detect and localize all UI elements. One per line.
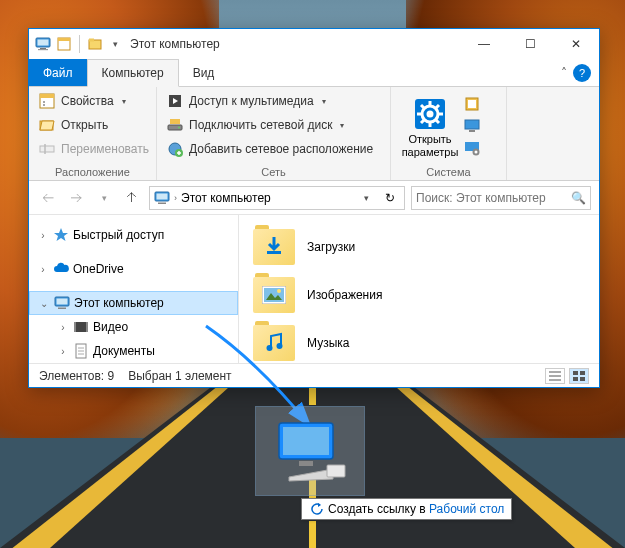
- shortcut-icon: [309, 502, 323, 516]
- expand-icon[interactable]: ›: [57, 346, 69, 357]
- videos-icon: [73, 319, 89, 335]
- quick-access-toolbar: ▾: [55, 35, 124, 53]
- svg-rect-19: [170, 119, 180, 124]
- svg-rect-45: [57, 299, 68, 305]
- rename-icon: [39, 141, 55, 157]
- collapse-icon[interactable]: ⌄: [38, 298, 50, 309]
- svg-rect-65: [580, 371, 585, 375]
- group-system-label: Система: [397, 164, 500, 178]
- properties-icon: [39, 93, 55, 109]
- downloads-folder-icon: [253, 229, 295, 265]
- svg-rect-47: [74, 322, 88, 332]
- svg-rect-49: [86, 322, 88, 332]
- svg-rect-36: [469, 130, 475, 132]
- nav-back-button[interactable]: 🡠: [37, 187, 59, 209]
- svg-rect-46: [58, 308, 66, 310]
- drag-ghost: [255, 406, 365, 496]
- refresh-icon[interactable]: ↻: [380, 187, 400, 209]
- address-dropdown-icon[interactable]: ▾: [356, 187, 376, 209]
- add-network-location-button[interactable]: Добавить сетевое расположение: [163, 139, 384, 159]
- map-drive-button[interactable]: Подключить сетевой диск ▾: [163, 115, 384, 135]
- music-folder-icon: [253, 325, 295, 361]
- nav-documents[interactable]: › Документы: [29, 339, 238, 363]
- address-input[interactable]: [181, 191, 352, 205]
- svg-point-18: [178, 127, 180, 129]
- nav-videos[interactable]: › Видео: [29, 315, 238, 339]
- minimize-button[interactable]: —: [461, 29, 507, 59]
- nav-recent-dropdown[interactable]: ▾: [93, 187, 115, 209]
- close-button[interactable]: ✕: [553, 29, 599, 59]
- images-folder-icon: [253, 277, 295, 313]
- view-details-icon[interactable]: [545, 368, 565, 384]
- nav-onedrive[interactable]: › OneDrive: [29, 257, 238, 281]
- uninstall-programs-icon[interactable]: [463, 95, 481, 113]
- search-input[interactable]: [416, 191, 571, 205]
- titlebar[interactable]: ▾ Этот компьютер — ☐ ✕: [29, 29, 599, 59]
- tab-view[interactable]: Вид: [179, 59, 229, 86]
- qat-newfolder-icon[interactable]: [86, 35, 104, 53]
- rename-button: Переименовать: [35, 139, 150, 159]
- help-icon[interactable]: ?: [573, 64, 591, 82]
- svg-rect-67: [580, 377, 585, 381]
- qat-properties-icon[interactable]: [55, 35, 73, 53]
- media-icon: [167, 93, 183, 109]
- qat-customize-dropdown[interactable]: ▾: [106, 35, 124, 53]
- nav-quick-access[interactable]: › Быстрый доступ: [29, 223, 238, 247]
- nav-thispc[interactable]: ⌄ Этот компьютер: [29, 291, 238, 315]
- drop-tooltip: Создать ссылку в Рабочий стол: [301, 498, 512, 520]
- manage-icon[interactable]: [463, 139, 481, 157]
- svg-point-10: [43, 101, 45, 103]
- folder-images[interactable]: Изображения: [243, 271, 595, 319]
- thispc-nav-icon: [54, 295, 70, 311]
- folder-music[interactable]: Музыка: [243, 319, 595, 363]
- svg-rect-35: [465, 120, 479, 129]
- svg-rect-13: [40, 146, 54, 152]
- svg-point-39: [475, 151, 478, 154]
- map-drive-icon: [167, 117, 183, 133]
- ribbon-collapse-icon[interactable]: ˄: [561, 66, 567, 80]
- tab-file[interactable]: Файл: [29, 59, 87, 86]
- add-location-icon: [167, 141, 183, 157]
- svg-rect-41: [157, 193, 168, 199]
- status-item-count: Элементов: 9: [39, 369, 114, 383]
- svg-marker-43: [54, 228, 68, 241]
- system-properties-icon[interactable]: [463, 117, 481, 135]
- documents-icon: [73, 343, 89, 359]
- svg-point-32: [427, 110, 434, 117]
- svg-rect-70: [299, 461, 313, 466]
- search-box[interactable]: 🔍: [411, 186, 591, 210]
- onedrive-icon: [53, 261, 69, 277]
- svg-rect-9: [40, 94, 54, 98]
- properties-button[interactable]: Свойства ▾: [35, 91, 150, 111]
- nav-up-button[interactable]: 🡡: [121, 187, 143, 209]
- folder-downloads[interactable]: Загрузки: [243, 223, 595, 271]
- navigation-pane: › Быстрый доступ › OneDrive ⌄ Этот компь…: [29, 215, 239, 363]
- content-pane[interactable]: Загрузки Изображения Музыка: [239, 215, 599, 363]
- expand-icon[interactable]: ›: [37, 230, 49, 241]
- tab-computer[interactable]: Компьютер: [87, 59, 179, 87]
- thispc-addr-icon: [154, 190, 170, 206]
- svg-rect-64: [573, 371, 578, 375]
- svg-rect-69: [283, 427, 329, 455]
- svg-rect-54: [267, 251, 281, 254]
- view-thumbnails-icon[interactable]: [569, 368, 589, 384]
- svg-point-60: [277, 343, 283, 349]
- address-bar: 🡠 🡢 ▾ 🡡 › ▾ ↻ 🔍: [29, 181, 599, 215]
- status-selection: Выбран 1 элемент: [128, 369, 231, 383]
- svg-rect-48: [74, 322, 76, 332]
- svg-rect-7: [89, 39, 94, 42]
- group-network-label: Сеть: [163, 164, 384, 178]
- desktop-wallpaper: ▾ Этот компьютер — ☐ ✕ Файл Компьютер Ви…: [0, 0, 625, 548]
- svg-point-59: [267, 345, 273, 351]
- svg-point-58: [277, 289, 281, 293]
- nav-forward-button: 🡢: [65, 187, 87, 209]
- open-button[interactable]: Открыть: [35, 115, 150, 135]
- maximize-button[interactable]: ☐: [507, 29, 553, 59]
- expand-icon[interactable]: ›: [57, 322, 69, 333]
- open-settings-button[interactable]: Открыть параметры: [397, 91, 463, 164]
- search-icon[interactable]: 🔍: [571, 191, 586, 205]
- media-access-button[interactable]: Доступ к мультимедиа ▾: [163, 91, 384, 111]
- thispc-drag-icon: [271, 419, 349, 483]
- expand-icon[interactable]: ›: [37, 264, 49, 275]
- address-box[interactable]: › ▾ ↻: [149, 186, 405, 210]
